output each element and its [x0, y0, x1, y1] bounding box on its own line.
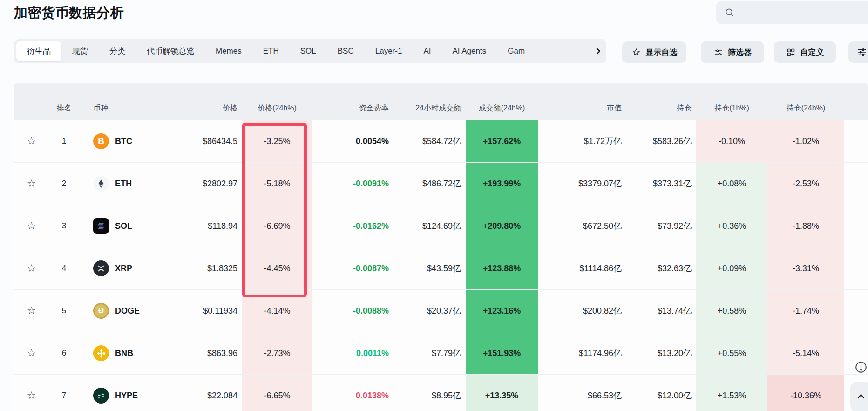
tab-衍生品[interactable]: 衍生品	[16, 41, 61, 61]
price-change-24h-value: -2.73%	[242, 332, 312, 374]
open-interest-value: $13.74亿	[626, 290, 696, 332]
funding-rate-value: -0.0087%	[312, 247, 393, 289]
coin-symbol: XRP	[115, 264, 132, 274]
market-cap-value: $1174.96亿	[538, 332, 626, 374]
row-spacer	[844, 205, 868, 247]
search-input[interactable]	[716, 1, 868, 24]
tab-BSC[interactable]: BSC	[327, 41, 365, 61]
favorite-star-icon[interactable]: ☆	[14, 163, 49, 205]
scroll-to-top-button[interactable]	[850, 382, 868, 411]
coin-cell[interactable]: XRP	[79, 247, 163, 289]
tab-bar: 衍生品现货分类代币解锁总览MemesETHSOLBSCLayer-1AIAI A…	[14, 39, 606, 63]
price-change-24h-value: -3.25%	[242, 120, 312, 162]
coin-cell[interactable]: BNB	[79, 332, 163, 374]
table-row-ETH[interactable]: ☆2ETH$2802.97-5.18%-0.0091%$486.72亿+193.…	[14, 163, 868, 205]
rank-value: 3	[49, 205, 79, 247]
table-row-BTC[interactable]: ☆1BBTC$86434.5-3.25%0.0054%$584.72亿+157.…	[14, 120, 868, 163]
favorite-star-icon[interactable]: ☆	[14, 290, 49, 332]
open-interest-24h-value: -2.53%	[767, 163, 844, 205]
filter-button[interactable]: 筛选器	[701, 41, 764, 63]
table-row-BNB[interactable]: ☆6BNB$863.96-2.73%0.0011%$7.79亿+151.93%$…	[14, 332, 868, 375]
coin-cell[interactable]: BBTC	[79, 120, 163, 162]
tab-ETH[interactable]: ETH	[252, 41, 290, 61]
volume-24h-value: $584.72亿	[393, 120, 466, 162]
price-value: $1.8325	[163, 247, 242, 289]
tab-AI Agents[interactable]: AI Agents	[441, 41, 497, 61]
market-cap-value: $1.72万亿	[538, 120, 626, 162]
column-header[interactable]: 价格(24h%)	[242, 103, 312, 120]
show-favorites-button[interactable]: 显示自选	[622, 41, 686, 63]
tab-代币解锁总览[interactable]: 代币解锁总览	[136, 41, 205, 61]
coin-cell[interactable]: HYPE	[79, 375, 163, 411]
volume-change-24h-value: +193.99%	[466, 163, 538, 205]
coin-cell[interactable]: SOL	[79, 205, 163, 247]
tab-SOL[interactable]: SOL	[290, 41, 327, 61]
tab-分类[interactable]: 分类	[99, 41, 136, 61]
table-row-SOL[interactable]: ☆3SOL$118.94-6.69%-0.0162%$124.69亿+209.8…	[14, 205, 868, 247]
favorite-star-icon[interactable]: ☆	[14, 375, 49, 411]
column-settings-icon	[857, 47, 867, 57]
customize-grid-icon	[786, 48, 796, 57]
column-header[interactable]: 24小时成交额	[393, 103, 466, 120]
rank-value: 7	[49, 375, 79, 411]
open-interest-value: $373.31亿	[626, 163, 696, 205]
tab-Gam[interactable]: Gam	[497, 41, 536, 61]
column-header[interactable]: 资金费率	[312, 103, 393, 120]
volume-change-24h-value: +151.93%	[466, 332, 538, 374]
column-header[interactable]: 币种	[79, 103, 163, 120]
table-row-XRP[interactable]: ☆4XRP$1.8325-4.45%-0.0087%$43.59亿+123.88…	[14, 247, 868, 290]
coin-cell[interactable]: ÐDOGE	[79, 290, 163, 332]
column-header[interactable]: 排名	[49, 103, 79, 120]
eth-coin-icon	[93, 176, 109, 192]
open-interest-1h-value: +0.55%	[696, 332, 767, 374]
price-change-24h-value: -4.14%	[242, 290, 312, 332]
price-change-24h-value: -6.69%	[242, 205, 312, 247]
column-header[interactable]: 价格	[163, 103, 242, 120]
price-value: $863.96	[163, 332, 242, 374]
row-spacer	[844, 290, 868, 332]
table-row-HYPE[interactable]: ☆7HYPE$22.084-6.65%0.0138%$8.95亿+13.35%$…	[14, 375, 868, 411]
rank-value: 2	[49, 163, 79, 205]
filter-sliders-icon	[713, 48, 723, 57]
funding-rate-value: -0.0162%	[312, 205, 393, 247]
show-favorites-label: 显示自选	[646, 47, 678, 58]
favorite-star-icon[interactable]: ☆	[14, 247, 49, 289]
open-interest-1h-value: +0.08%	[696, 163, 767, 205]
column-header[interactable]: 持仓(24h%)	[767, 103, 844, 120]
price-value: $2802.97	[163, 163, 242, 205]
row-spacer	[844, 163, 868, 205]
customize-button[interactable]: 自定义	[774, 41, 836, 63]
market-cap-value: $66.53亿	[538, 375, 626, 411]
column-header[interactable]: 持仓(1h%)	[696, 103, 767, 120]
tab-AI[interactable]: AI	[413, 41, 441, 61]
gear-badge-icon[interactable]	[853, 359, 868, 376]
column-settings-button[interactable]	[848, 41, 868, 63]
market-cap-value: $672.50亿	[538, 205, 626, 247]
favorite-star-icon[interactable]: ☆	[14, 205, 49, 247]
funding-rate-value: 0.0011%	[312, 332, 393, 374]
table-header-row: 排名币种价格价格(24h%)资金费率24小时成交额成交额(24h%)市值持仓持仓…	[14, 83, 868, 120]
chevron-right-icon[interactable]	[591, 39, 605, 63]
coin-cell[interactable]: ETH	[79, 163, 163, 205]
column-header[interactable]: 持仓	[626, 103, 696, 120]
open-interest-24h-value: -1.02%	[767, 120, 844, 162]
column-header[interactable]: 市值	[538, 103, 626, 120]
rank-value: 1	[49, 120, 79, 162]
search-icon	[724, 7, 735, 18]
volume-change-24h-value: +209.80%	[466, 205, 538, 247]
btc-coin-icon: B	[93, 133, 109, 149]
tab-Memes[interactable]: Memes	[205, 41, 252, 61]
volume-change-24h-value: +13.35%	[466, 375, 538, 411]
favorite-star-icon[interactable]: ☆	[14, 120, 49, 162]
volume-change-24h-value: +123.16%	[466, 290, 538, 332]
open-interest-1h-value: +0.36%	[696, 205, 767, 247]
row-spacer	[844, 247, 868, 289]
favorite-star-icon[interactable]: ☆	[14, 332, 49, 374]
customize-label: 自定义	[800, 47, 824, 58]
column-header[interactable]: 成交额(24h%)	[466, 103, 538, 120]
tab-现货[interactable]: 现货	[61, 41, 99, 61]
table-row-DOGE[interactable]: ☆5ÐDOGE$0.11934-4.14%-0.0088%$20.37亿+123…	[14, 290, 868, 332]
volume-change-24h-value: +157.62%	[466, 120, 538, 162]
tab-Layer-1[interactable]: Layer-1	[365, 41, 413, 61]
volume-24h-value: $20.37亿	[393, 290, 466, 332]
